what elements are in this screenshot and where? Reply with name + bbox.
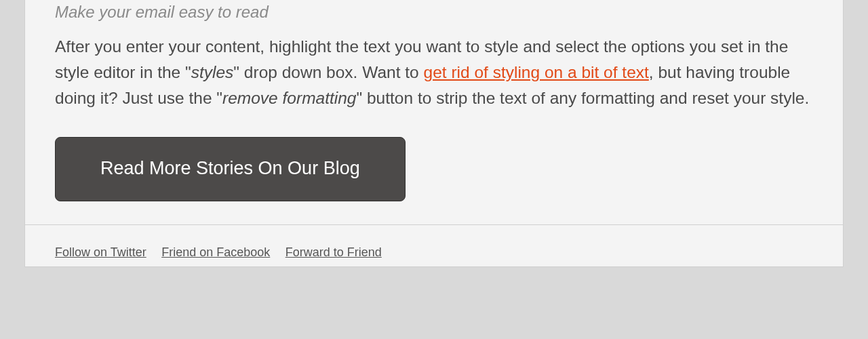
para-text-2: " drop down box. Want to — [233, 63, 423, 81]
para-text-4: " button to strip the text of any format… — [356, 89, 809, 107]
page-background: Make your email easy to read After you e… — [0, 0, 868, 339]
footer-section: Follow on Twitter Friend on Facebook For… — [25, 225, 843, 266]
read-more-button[interactable]: Read More Stories On Our Blog — [55, 137, 406, 201]
email-card: Make your email easy to read After you e… — [24, 0, 844, 267]
instruction-paragraph: After you enter your content, highlight … — [55, 34, 813, 111]
tagline-text: Make your email easy to read — [55, 0, 813, 22]
friend-facebook-link[interactable]: Friend on Facebook — [161, 245, 270, 259]
forward-friend-link[interactable]: Forward to Friend — [285, 245, 382, 259]
body-section: Make your email easy to read After you e… — [25, 0, 843, 224]
remove-formatting-word: remove formatting — [222, 89, 356, 107]
styles-word: styles — [191, 63, 234, 81]
remove-styling-link[interactable]: get rid of styling on a bit of text — [424, 63, 649, 81]
follow-twitter-link[interactable]: Follow on Twitter — [55, 245, 146, 259]
